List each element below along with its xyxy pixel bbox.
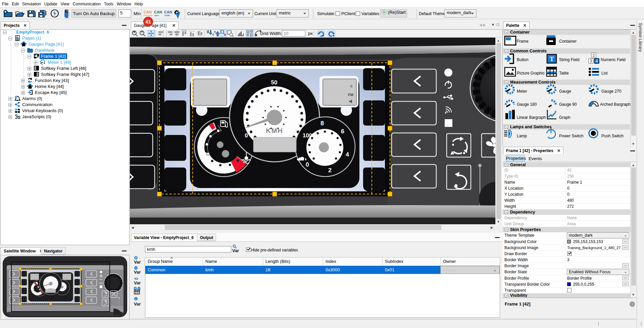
svg-text:T: T xyxy=(550,55,554,62)
svg-text:*: * xyxy=(37,56,39,60)
svg-text:8: 8 xyxy=(320,120,324,127)
svg-text:Var: Var xyxy=(134,260,141,265)
svg-text:100: 100 xyxy=(303,132,312,139)
svg-text:Var: Var xyxy=(134,280,141,285)
svg-text:4: 4 xyxy=(346,151,349,158)
svg-text:3: 3 xyxy=(590,59,592,63)
svg-text:Var: Var xyxy=(134,270,141,275)
svg-text:50: 50 xyxy=(271,79,278,86)
svg-text:Var: Var xyxy=(134,301,141,306)
svg-text:0: 0 xyxy=(245,132,248,139)
svg-text:6: 6 xyxy=(341,128,344,135)
svg-text:Var: Var xyxy=(232,248,239,253)
svg-text:KMH: KMH xyxy=(266,127,283,135)
svg-text:4: 4 xyxy=(596,59,598,63)
svg-text:*: * xyxy=(44,62,45,66)
svg-text:2: 2 xyxy=(593,53,595,58)
svg-text:2: 2 xyxy=(328,167,332,174)
svg-text:0: 0 xyxy=(306,161,309,168)
svg-text:c: c xyxy=(350,84,352,88)
svg-text:FM: FM xyxy=(348,93,353,97)
